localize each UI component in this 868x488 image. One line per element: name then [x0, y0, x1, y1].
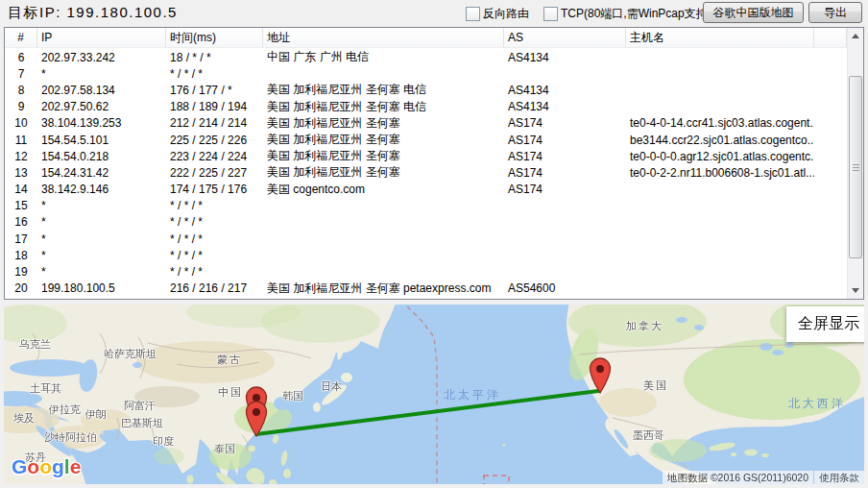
cell-location: 美国 加利福尼亚州 圣何塞	[263, 132, 504, 148]
reverse-route-label: 反向路由	[483, 6, 529, 22]
table-row[interactable]: 8202.97.58.134176 / 177 / *美国 加利福尼亚州 圣何塞…	[5, 82, 847, 98]
cell-hop: 12	[5, 150, 37, 163]
country-label: 印度	[153, 434, 174, 449]
terms-of-use-link[interactable]: 使用条款	[814, 471, 864, 484]
cell-time: * / * / *	[166, 67, 263, 81]
san-jose-marker[interactable]	[589, 357, 612, 394]
cell-ip: *	[37, 67, 166, 81]
google-logo-letter: e	[70, 455, 82, 477]
map-attribution-bar: 地图数据 ©2016 GS(2011)6020 使用条款	[663, 471, 864, 484]
country-label: 中国	[218, 385, 243, 400]
cell-ip: 199.180.100.5	[37, 281, 166, 295]
cell-hop: 11	[5, 134, 37, 147]
cell-time: 223 / 224 / 224	[166, 150, 263, 163]
target-ip-label: 目标IP: 199.180.100.5	[8, 4, 178, 22]
cell-hop: 16	[5, 215, 37, 229]
cell-as: AS174	[504, 116, 626, 130]
google-logo-letter: o	[39, 455, 52, 477]
table-row[interactable]: 7** / * / *	[5, 65, 847, 82]
route-line	[256, 391, 598, 434]
col-ip[interactable]: IP	[37, 28, 166, 47]
cell-ip: *	[37, 249, 166, 262]
col-as[interactable]: AS	[504, 28, 626, 47]
cell-hop: 19	[5, 265, 37, 279]
reverse-route-checkbox[interactable]: 反向路由	[466, 6, 529, 22]
cell-time: 188 / 189 / 194	[166, 100, 263, 113]
table-row[interactable]: 9202.97.50.62188 / 189 / 194美国 加利福尼亚州 圣何…	[5, 99, 847, 115]
cell-as: AS54600	[504, 281, 626, 295]
cell-time: 174 / 175 / 176	[166, 183, 263, 196]
table-row[interactable]: 16** / * / *	[5, 214, 847, 231]
country-label: 美国	[643, 378, 668, 393]
cell-time: * / * / *	[166, 215, 263, 229]
table-row[interactable]: 17** / * / *	[5, 231, 847, 247]
scroll-down-button[interactable]	[848, 282, 863, 299]
cell-hop: 15	[5, 199, 37, 212]
cell-hop: 20	[5, 281, 37, 295]
china-hop-marker-lower[interactable]	[245, 401, 268, 437]
country-label: 乌克兰	[19, 337, 51, 352]
scroll-up-button[interactable]	[848, 28, 863, 44]
country-label: 泰国	[214, 442, 235, 456]
cell-time: * / * / *	[166, 265, 263, 279]
cell-host: te0-4-0-14.ccr41.sjc03.atlas.cogent...	[626, 116, 814, 130]
table-row[interactable]: 15** / * / *	[5, 198, 847, 214]
country-label: 土耳其	[30, 381, 61, 396]
table-row[interactable]: 1038.104.139.253212 / 214 / 214美国 加利福尼亚州…	[5, 115, 847, 132]
cell-ip: 38.142.9.146	[37, 183, 166, 196]
col-location[interactable]: 地址	[263, 28, 504, 47]
route-overlay	[4, 305, 864, 484]
table-row[interactable]: 11154.54.5.101225 / 225 / 226美国 加利福尼亚州 圣…	[5, 132, 847, 148]
scroll-thumb[interactable]	[849, 76, 862, 258]
cell-ip: 154.54.0.218	[37, 150, 166, 163]
map-attribution: 地图数据 ©2016 GS(2011)6020	[663, 471, 813, 484]
table-row[interactable]: 20199.180.100.5216 / 216 / 217美国 加利福尼亚州 …	[5, 281, 847, 297]
cell-as: AS4134	[504, 51, 626, 64]
table-row[interactable]: 6202.97.33.24218 / * / *中国 广东 广州 电信AS413…	[5, 49, 847, 65]
table-row[interactable]: 19** / * / *	[5, 263, 847, 280]
col-hop[interactable]: #	[5, 28, 37, 47]
ocean-label: 北大西洋	[788, 396, 846, 412]
country-label: 加拿大	[626, 319, 663, 333]
google-logo[interactable]: Google	[12, 455, 81, 478]
cell-ip: *	[37, 199, 166, 212]
cell-hop: 9	[5, 100, 37, 113]
cell-hop: 6	[5, 51, 37, 64]
table-scrollbar[interactable]	[847, 28, 863, 299]
cell-location: 美国 加利福尼亚州 圣何塞 电信	[263, 99, 504, 115]
cell-location: 美国 加利福尼亚州 圣何塞 电信	[263, 82, 504, 98]
cell-ip: *	[37, 232, 166, 246]
table-row[interactable]: 1438.142.9.146174 / 175 / 176美国 cogentco…	[5, 182, 847, 198]
table-body: 6202.97.33.24218 / * / *中国 广东 广州 电信AS413…	[5, 49, 847, 297]
country-label: 日本	[321, 379, 342, 394]
cell-as: AS4134	[504, 100, 626, 113]
cell-hop: 8	[5, 84, 37, 97]
google-cn-map-button[interactable]: 谷歌中国版地图	[703, 2, 804, 23]
cell-host: te0-0-2-2.nr11.b006608-1.sjc01.atl...	[626, 166, 814, 180]
cell-as: AS174	[504, 150, 626, 163]
cell-location: 美国 加利福尼亚州 圣何塞	[263, 164, 504, 181]
col-time[interactable]: 时间(ms)	[166, 28, 263, 47]
table-header[interactable]: # IP 时间(ms) 地址 AS 主机名	[5, 28, 847, 48]
cell-hop: 7	[5, 67, 37, 81]
cell-ip: 154.24.31.42	[37, 166, 166, 180]
google-logo-letter: G	[12, 455, 27, 477]
cell-ip: *	[37, 265, 166, 279]
col-host[interactable]: 主机名	[626, 28, 814, 47]
checkbox-box-icon[interactable]	[543, 7, 558, 21]
table-row[interactable]: 18** / * / *	[5, 247, 847, 263]
cell-time: * / * / *	[166, 199, 263, 212]
export-button[interactable]: 导出	[808, 2, 862, 23]
table-row[interactable]: 12154.54.0.218223 / 224 / 224美国 加利福尼亚州 圣…	[5, 148, 847, 164]
route-map[interactable]: 乌克兰哈萨克斯坦蒙古土耳其中国韩国日本伊拉克伊朗阿富汗巴基斯坦埃及沙特阿拉伯印度…	[4, 305, 864, 484]
fullscreen-button[interactable]: 全屏显示	[786, 306, 864, 342]
tcp-checkbox[interactable]: TCP(80端口,需WinPcap支持)	[543, 6, 711, 22]
checkbox-box-icon[interactable]	[466, 7, 480, 21]
table-row[interactable]: 13154.24.31.42222 / 225 / 227美国 加利福尼亚州 圣…	[5, 164, 847, 181]
cell-as: AS174	[504, 183, 626, 196]
cell-host: te0-0-0-0.agr12.sjc01.atlas.cogentc...	[626, 150, 814, 163]
cell-ip: 202.97.58.134	[37, 84, 166, 97]
country-label: 阿富汗	[124, 399, 156, 413]
cell-hop: 10	[5, 116, 37, 130]
cell-time: 18 / * / *	[166, 51, 263, 64]
